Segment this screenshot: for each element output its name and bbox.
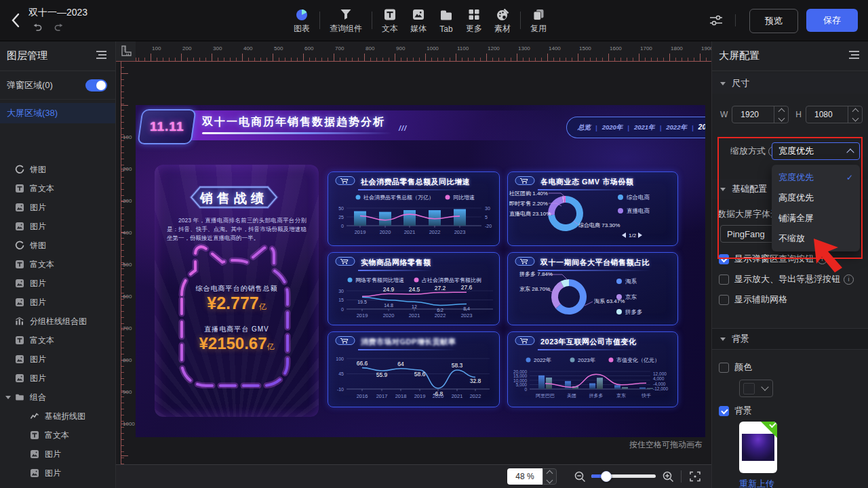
zoom-input[interactable]: 48 %: [507, 468, 542, 485]
redo-button[interactable]: [54, 21, 65, 34]
screen-area-row[interactable]: 大屏区域(38): [0, 103, 115, 123]
section-size[interactable]: 尺寸: [712, 73, 868, 94]
tool-text[interactable]: 文本: [376, 6, 404, 35]
layers-panel-title: 图层管理: [7, 49, 47, 62]
canvas-settings-button[interactable]: [708, 13, 724, 30]
tool-tab[interactable]: Tab: [433, 7, 460, 34]
document-title: 双十一—2023: [28, 7, 87, 19]
scale-option-2[interactable]: 铺满全屏: [772, 208, 860, 228]
layer-item-10-image[interactable]: 图片: [0, 350, 115, 369]
svg-text:阿里巴巴: 阿里巴巴: [536, 393, 555, 399]
panel-list-icon[interactable]: [848, 50, 860, 62]
fit-screen-button[interactable]: [689, 470, 701, 485]
layer-item-17-area[interactable]: 基础折线图: [0, 483, 115, 488]
svg-text:55.9: 55.9: [376, 371, 388, 378]
zoom-slider[interactable]: [591, 474, 656, 478]
width-input[interactable]: 1920: [732, 106, 789, 123]
zoom-in-button[interactable]: [662, 470, 675, 486]
svg-text:2021: 2021: [404, 229, 416, 235]
reupload-link[interactable]: 重新上传: [739, 478, 774, 488]
horizontal-ruler[interactable]: 1002003004005006007008009001000110012001…: [136, 41, 712, 62]
height-stepper[interactable]: [848, 106, 862, 123]
height-input[interactable]: 1080: [806, 106, 863, 123]
back-button[interactable]: [8, 12, 24, 29]
scale-option-0[interactable]: 宽度优先✓: [772, 167, 860, 188]
tool-grid[interactable]: 更多: [460, 6, 488, 35]
collapse-list-icon[interactable]: [96, 50, 107, 62]
barline-layer-icon: [15, 317, 24, 326]
svg-text:社区团购 1.40%: 社区团购 1.40%: [509, 190, 548, 197]
show-float-buttons-checkbox[interactable]: [719, 274, 729, 285]
show-grid-checkbox[interactable]: [719, 295, 729, 305]
save-button[interactable]: 保存: [806, 9, 858, 32]
svg-text:直播电商: 直播电商: [627, 207, 650, 214]
layer-item-3-image[interactable]: 图片: [0, 217, 115, 236]
svg-text:2020: 2020: [380, 229, 391, 235]
screen-config-panel: 大屏配置 尺寸 W 1920 H 1080 缩放方式 宽度优先 宽度优先✓高度优…: [711, 41, 868, 488]
bg-color-checkbox[interactable]: [719, 363, 729, 373]
media-icon: [411, 6, 426, 22]
svg-text:-4,000: -4,000: [653, 382, 666, 386]
show-popup-query-checkbox[interactable]: [719, 254, 729, 264]
layer-item-5-text[interactable]: 富文本: [0, 255, 115, 274]
layer-item-16-image[interactable]: 图片: [0, 464, 115, 483]
scale-mode-select[interactable]: 宽度优先: [772, 142, 860, 160]
ruler-mark: 700: [123, 325, 132, 331]
info-icon[interactable]: [844, 274, 854, 285]
year-tab-1[interactable]: 2020年: [602, 123, 623, 132]
dashboard-preview[interactable]: 11.11 双十一电商历年销售数据趋势分析 /// 总览|2020年|2021年…: [136, 105, 705, 437]
svg-text:京东: 京东: [625, 293, 637, 300]
image-layer-icon: [30, 449, 39, 459]
tool-palette[interactable]: 素材: [488, 6, 517, 35]
scale-option-1[interactable]: 高度优先: [772, 188, 860, 208]
scale-option-3[interactable]: 不缩放: [772, 228, 860, 249]
layer-item-9-text[interactable]: 富文本: [0, 331, 115, 350]
year-tab-0[interactable]: 总览: [578, 123, 591, 132]
year-tab-4[interactable]: 2023年: [698, 123, 705, 132]
section-background[interactable]: 背景: [712, 328, 868, 350]
width-stepper[interactable]: [774, 106, 788, 123]
layer-item-15-image[interactable]: 图片: [0, 445, 115, 464]
layer-item-1-text[interactable]: 富文本: [0, 179, 115, 198]
cart-icon: [335, 336, 355, 348]
layer-item-6-image[interactable]: 图片: [0, 274, 115, 293]
svg-text:58.6: 58.6: [414, 371, 426, 378]
year-tab-3[interactable]: 2022年: [666, 123, 687, 132]
layer-item-13-line[interactable]: 基础折线图: [0, 407, 115, 426]
design-canvas[interactable]: 1002003004005006007008009001000110012001…: [115, 41, 712, 488]
screen-area-label: 大屏区域(38): [7, 107, 58, 119]
svg-text:5,000: 5,000: [516, 382, 528, 387]
popup-area-toggle[interactable]: [85, 79, 107, 92]
svg-text:100: 100: [336, 357, 344, 361]
popup-area-row[interactable]: 弹窗区域(0): [0, 71, 115, 100]
layer-item-8-barline[interactable]: 分组柱线组合图: [0, 312, 115, 331]
tool-media[interactable]: 媒体: [404, 6, 433, 35]
background-thumbnail[interactable]: [739, 422, 777, 473]
zoom-stepper[interactable]: [542, 468, 557, 485]
layer-item-14-text[interactable]: 富文本: [0, 426, 115, 445]
bg-image-checkbox[interactable]: [719, 406, 729, 416]
dashboard-card-1: 各电商业态 GMV 市场份额社区团购 1.40%即时零售 2.20%直播电商 2…: [507, 171, 678, 246]
layer-item-12-folder[interactable]: 组合: [0, 388, 115, 407]
info-icon[interactable]: [817, 254, 827, 264]
bg-color-select[interactable]: [739, 380, 773, 397]
font-select-label: 数据大屏字体选: [717, 208, 779, 220]
ruler-corner[interactable]: [115, 41, 136, 62]
undo-button[interactable]: [31, 21, 42, 34]
zoom-out-button[interactable]: [574, 470, 587, 486]
layer-item-2-image[interactable]: 图片: [0, 198, 115, 217]
tool-copy[interactable]: 复用: [524, 6, 553, 35]
layer-item-7-image[interactable]: 图片: [0, 293, 115, 312]
layer-item-0-pie[interactable]: 饼图: [0, 160, 115, 179]
expand-caret-icon[interactable]: [5, 396, 11, 399]
tool-pie-chart[interactable]: 图表: [288, 6, 316, 35]
year-tab-2[interactable]: 2021年: [634, 123, 655, 132]
sales-summary-panel: 销售战绩 2023 年，直播电商排名前三的头部电商平台分别是：抖音、快手、点淘。…: [155, 165, 319, 417]
layer-item-4-pie[interactable]: 饼图: [0, 236, 115, 255]
tool-funnel[interactable]: 查询组件: [323, 6, 368, 35]
svg-text:-12,000: -12,000: [653, 386, 668, 391]
show-float-buttons-row: 显示放大、导出等悬浮按钮: [719, 272, 864, 286]
preview-button[interactable]: 预览: [749, 9, 798, 33]
zoom-slider-thumb[interactable]: [601, 471, 612, 482]
layer-item-11-image[interactable]: 图片: [0, 369, 115, 388]
